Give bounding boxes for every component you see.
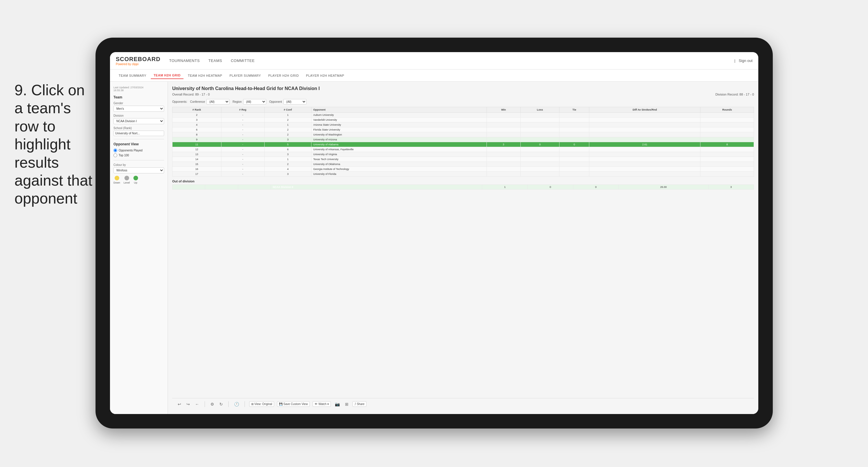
toolbar-sep2 bbox=[228, 401, 229, 407]
table-row[interactable]: 8-2University of Washington bbox=[173, 132, 754, 137]
region-label: Region bbox=[232, 100, 242, 104]
watch-btn[interactable]: 👁 Watch ▾ bbox=[313, 401, 331, 407]
table-row[interactable]: 14-1Texas Tech University bbox=[173, 157, 754, 162]
conference-select[interactable]: (All) bbox=[206, 99, 229, 105]
tab-team-summary[interactable]: TEAM SUMMARY bbox=[116, 72, 149, 79]
school-display: University of Nort... bbox=[114, 130, 164, 136]
legend-up-circle bbox=[133, 176, 138, 180]
col-loss: Loss bbox=[520, 107, 559, 113]
out-of-division-row[interactable]: NCAA Division II10026.003 bbox=[173, 185, 754, 189]
refresh-btn[interactable]: ↻ bbox=[218, 401, 224, 407]
col-conf: # Conf bbox=[264, 107, 311, 113]
gender-select[interactable]: Men's bbox=[114, 106, 164, 112]
opponent-label: Opponent bbox=[269, 100, 282, 104]
school-label: School (Rank) bbox=[114, 126, 164, 130]
filter-region: Region (All) bbox=[232, 99, 266, 105]
legend-down-label: Down bbox=[114, 181, 120, 184]
nav-items: TOURNAMENTS TEAMS COMMITTEE bbox=[169, 57, 734, 64]
opponent-view-label: Opponent View bbox=[114, 142, 164, 146]
tablet-screen: SCOREBOARD Powered by clippi TOURNAMENTS… bbox=[110, 52, 758, 414]
legend-down: Down bbox=[114, 176, 120, 184]
table-row[interactable]: 17-3University of Florida bbox=[173, 172, 754, 177]
table-row[interactable]: 3-2Vanderbilt University bbox=[173, 118, 754, 122]
save-custom-btn[interactable]: 💾 Save Custom View bbox=[277, 401, 310, 407]
opponents-label: Opponents: bbox=[172, 100, 187, 104]
instruction-text: 9. Click on a team's row to highlight re… bbox=[14, 81, 95, 208]
divider2 bbox=[114, 160, 164, 160]
table-row[interactable]: 11-5University of Alabama3002.618 bbox=[173, 142, 754, 147]
back-btn[interactable]: ← bbox=[194, 401, 200, 407]
division-select[interactable]: NCAA Division I bbox=[114, 118, 164, 124]
table-row[interactable]: 13-3University of Virginia bbox=[173, 152, 754, 157]
tab-team-h2h-grid[interactable]: TEAM H2H GRID bbox=[151, 72, 184, 79]
table-row[interactable]: 9-3University of Arizona bbox=[173, 137, 754, 142]
logo-area: SCOREBOARD Powered by clippi bbox=[116, 56, 160, 66]
tablet-frame: SCOREBOARD Powered by clippi TOURNAMENTS… bbox=[95, 38, 773, 429]
undo-btn[interactable]: ↩ bbox=[177, 401, 182, 407]
legend-row: Down Level Up bbox=[114, 176, 164, 184]
radio-top-100[interactable]: Top 100 bbox=[114, 153, 164, 157]
tab-player-h2h-heatmap[interactable]: PLAYER H2H HEATMAP bbox=[303, 72, 347, 79]
region-select[interactable]: (All) bbox=[243, 99, 266, 105]
out-of-division-label: Out of division bbox=[172, 179, 754, 183]
content-title: University of North Carolina Head-to-Hea… bbox=[172, 86, 754, 91]
instruction-body: Click on a team's row to highlight resul… bbox=[14, 82, 92, 207]
nav-committee[interactable]: COMMITTEE bbox=[231, 57, 255, 64]
overall-record: Overall Record: 89 - 17 - 0 bbox=[172, 93, 210, 96]
table-row[interactable]: 15-2University of Oklahoma bbox=[173, 162, 754, 167]
division-label: Division bbox=[114, 114, 164, 117]
col-opponent: Opponent bbox=[311, 107, 487, 113]
toolbar-sep3 bbox=[245, 401, 245, 407]
sign-out-label[interactable]: Sign out bbox=[739, 58, 752, 63]
table-row[interactable]: 4-1Arizona State University bbox=[173, 122, 754, 127]
nav-tournaments[interactable]: TOURNAMENTS bbox=[169, 57, 200, 64]
left-panel: Last Updated: 27/03/2024 16:55:38 Team G… bbox=[110, 82, 168, 414]
table-row[interactable]: 16-4Georgia Institute of Technology bbox=[173, 167, 754, 172]
conference-label: Conference bbox=[190, 100, 205, 104]
filter-opponent: Opponent (All) bbox=[269, 99, 307, 105]
camera-btn[interactable]: 📷 bbox=[334, 401, 341, 407]
share-btn[interactable]: ⤴ Share bbox=[352, 401, 366, 407]
records-row: Overall Record: 89 - 17 - 0 Division Rec… bbox=[172, 93, 754, 96]
sign-out-area[interactable]: | Sign out bbox=[734, 58, 752, 63]
legend-down-circle bbox=[115, 176, 119, 180]
tab-player-h2h-grid[interactable]: PLAYER H2H GRID bbox=[266, 72, 302, 79]
radio-opponents-played[interactable]: Opponents Played bbox=[114, 148, 164, 152]
division-record: Division Record: 88 - 17 - 0 bbox=[715, 93, 754, 96]
col-rank: # Rank bbox=[173, 107, 221, 113]
h2h-table: # Rank # Reg # Conf Opponent Win Loss Ti… bbox=[172, 107, 754, 177]
grid-btn[interactable]: ⊞ bbox=[344, 401, 350, 407]
filter-row: Opponents: Conference (All) Region (All) bbox=[172, 99, 754, 105]
team-section-title: Team bbox=[114, 95, 164, 99]
nav-teams[interactable]: TEAMS bbox=[208, 57, 222, 64]
table-container: # Rank # Reg # Conf Opponent Win Loss Ti… bbox=[172, 107, 754, 398]
logo-scoreboard: SCOREBOARD bbox=[116, 56, 160, 62]
last-updated: Last Updated: 27/03/2024 16:55:38 bbox=[114, 86, 164, 92]
col-win: Win bbox=[487, 107, 520, 113]
divider bbox=[114, 139, 164, 139]
instruction-number: 9. bbox=[14, 82, 27, 98]
redo-btn[interactable]: ↪ bbox=[185, 401, 191, 407]
tab-player-summary[interactable]: PLAYER SUMMARY bbox=[227, 72, 264, 79]
colour-by-label: Colour by bbox=[114, 163, 164, 167]
table-row[interactable]: 2-1Auburn University bbox=[173, 113, 754, 118]
filter-conference: Conference (All) bbox=[190, 99, 230, 105]
opponent-radio-group: Opponents Played Top 100 bbox=[114, 148, 164, 157]
opponent-select[interactable]: (All) bbox=[283, 99, 307, 105]
legend-level-circle bbox=[124, 176, 129, 180]
legend-level: Level bbox=[124, 176, 130, 184]
legend-up-label: Up bbox=[134, 181, 137, 184]
clock-btn[interactable]: 🕐 bbox=[233, 401, 240, 407]
view-original-btn[interactable]: ⊞ View: Original bbox=[249, 401, 274, 407]
top-nav: SCOREBOARD Powered by clippi TOURNAMENTS… bbox=[110, 52, 758, 69]
table-row[interactable]: 6-2Florida State University bbox=[173, 127, 754, 132]
settings-btn[interactable]: ⚙ bbox=[209, 401, 215, 407]
tab-team-h2h-heatmap[interactable]: TEAM H2H HEATMAP bbox=[185, 72, 225, 79]
legend-up: Up bbox=[133, 176, 138, 184]
col-rounds: Rounds bbox=[701, 107, 754, 113]
col-reg: # Reg bbox=[221, 107, 264, 113]
gender-label: Gender bbox=[114, 101, 164, 105]
col-tie: Tie bbox=[559, 107, 589, 113]
table-row[interactable]: 12-6University of Arkansas, Fayetteville bbox=[173, 147, 754, 152]
colour-by-select[interactable]: Win/loss bbox=[114, 167, 164, 173]
